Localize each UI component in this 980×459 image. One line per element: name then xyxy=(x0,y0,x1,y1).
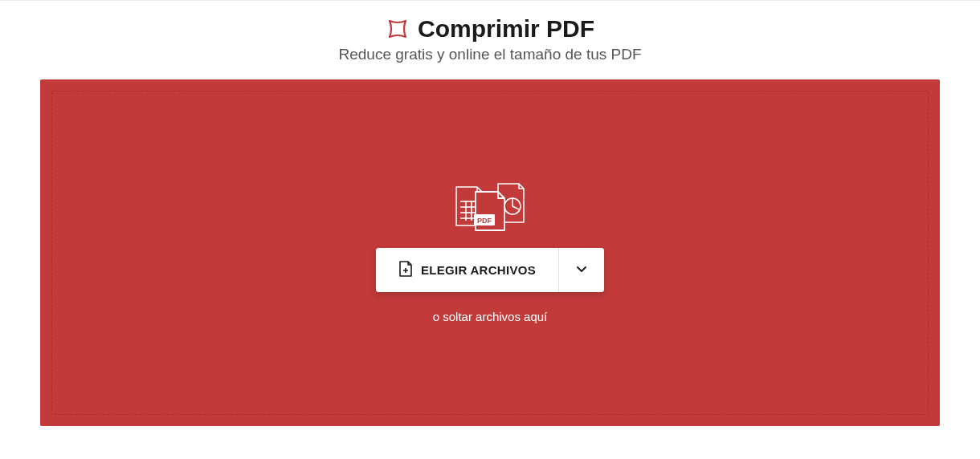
file-dropzone[interactable]: PDF ELEGIR ARCHIVOS xyxy=(40,79,940,426)
choose-files-label: ELEGIR ARCHIVOS xyxy=(421,263,536,277)
choose-files-button[interactable]: ELEGIR ARCHIVOS xyxy=(376,248,558,292)
file-add-icon xyxy=(398,261,413,279)
page-header: Comprimir PDF Reduce gratis y online el … xyxy=(0,1,980,73)
chevron-down-icon xyxy=(575,262,588,278)
dropzone-container: PDF ELEGIR ARCHIVOS xyxy=(0,73,980,442)
page-subtitle: Reduce gratis y online el tamaño de tus … xyxy=(0,46,980,63)
page-title: Comprimir PDF xyxy=(418,15,594,43)
pdf-badge-text: PDF xyxy=(477,217,492,225)
upload-source-dropdown-button[interactable] xyxy=(559,248,604,292)
upload-button-group: ELEGIR ARCHIVOS xyxy=(376,248,604,292)
drop-hint-text: o soltar archivos aquí xyxy=(433,310,548,323)
logo-icon xyxy=(386,17,410,41)
title-row: Comprimir PDF xyxy=(0,15,980,43)
dropzone-inner: PDF ELEGIR ARCHIVOS xyxy=(51,91,929,415)
files-illustration-icon: PDF xyxy=(450,182,530,235)
